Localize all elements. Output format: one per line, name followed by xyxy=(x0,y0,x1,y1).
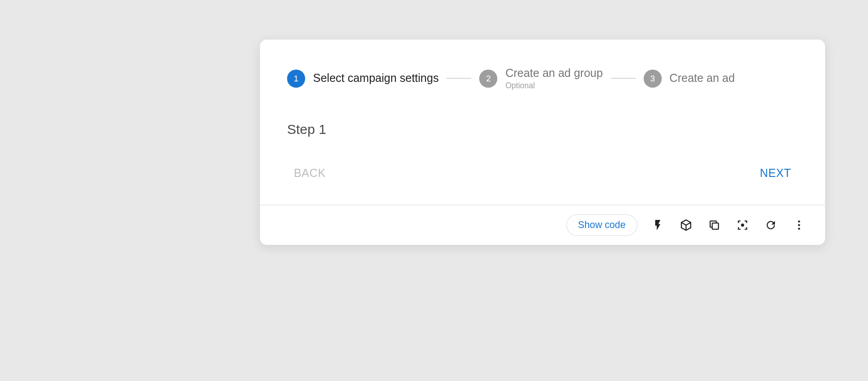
step-1[interactable]: 1 Select campaign settings xyxy=(287,69,439,87)
stepper-nav: BACK NEXT xyxy=(287,162,798,185)
stepper: 1 Select campaign settings 2 Create an a… xyxy=(287,67,798,122)
refresh-icon[interactable] xyxy=(763,217,779,233)
step-2[interactable]: 2 Create an ad group Optional xyxy=(479,67,603,90)
step-3-number: 3 xyxy=(650,74,655,83)
svg-point-1 xyxy=(741,224,744,226)
step-1-label: Select campaign settings xyxy=(313,72,439,85)
fullscreen-icon[interactable] xyxy=(735,217,750,233)
next-button[interactable]: NEXT xyxy=(753,162,798,185)
svg-point-3 xyxy=(798,224,800,226)
bolt-icon[interactable] xyxy=(650,217,666,233)
step-2-circle: 2 xyxy=(479,69,497,87)
step-3[interactable]: 3 Create an ad xyxy=(643,69,735,87)
svg-point-4 xyxy=(798,228,800,230)
demo-card: 1 Select campaign settings 2 Create an a… xyxy=(260,40,825,245)
step-body-title: Step 1 xyxy=(287,122,798,138)
step-1-number: 1 xyxy=(294,74,298,83)
back-button: BACK xyxy=(287,162,333,185)
svg-point-2 xyxy=(798,220,800,223)
step-2-label: Create an ad group xyxy=(505,67,603,80)
step-1-circle: 1 xyxy=(287,69,305,87)
svg-rect-0 xyxy=(712,223,718,229)
step-2-sublabel: Optional xyxy=(505,81,603,90)
show-code-button[interactable]: Show code xyxy=(566,214,637,236)
more-icon[interactable] xyxy=(791,217,807,233)
footer-toolbar: Show code xyxy=(260,205,825,245)
step-connector-1 xyxy=(447,78,472,79)
step-connector-2 xyxy=(611,78,636,79)
step-3-circle: 3 xyxy=(643,69,661,87)
step-2-number: 2 xyxy=(486,74,491,83)
copy-icon[interactable] xyxy=(707,217,722,233)
card-content: 1 Select campaign settings 2 Create an a… xyxy=(260,40,825,205)
cube-icon[interactable] xyxy=(678,217,694,233)
step-3-label: Create an ad xyxy=(670,72,735,85)
